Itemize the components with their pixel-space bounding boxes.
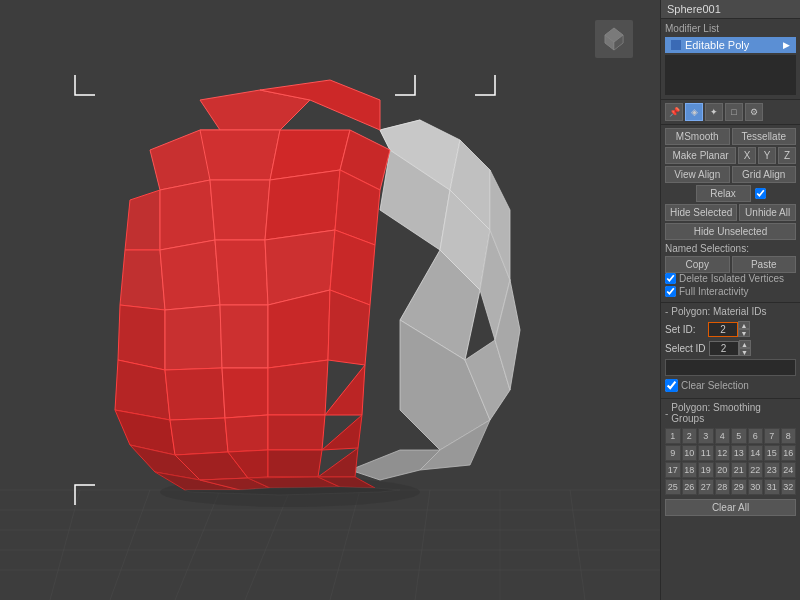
select-id-spinner: ▲ ▼ [709, 340, 751, 356]
smooth-btn-15[interactable]: 15 [764, 445, 780, 461]
right-panel: Sphere001 Modifier List Editable Poly ▶ … [660, 0, 800, 600]
modifier-icon [671, 40, 681, 50]
smooth-btn-22[interactable]: 22 [748, 462, 764, 478]
hide-selected-button[interactable]: Hide Selected [665, 204, 737, 221]
set-id-input[interactable] [708, 322, 738, 337]
vertex-icon[interactable]: ✦ [705, 103, 723, 121]
render-icon[interactable]: □ [725, 103, 743, 121]
smooth-btn-12[interactable]: 12 [715, 445, 731, 461]
set-id-up[interactable]: ▲ [738, 321, 750, 329]
smooth-btn-18[interactable]: 18 [682, 462, 698, 478]
relax-checkbox[interactable] [755, 188, 766, 199]
delete-isolated-row: Delete Isolated Vertices [665, 273, 796, 284]
smooth-btn-2[interactable]: 2 [682, 428, 698, 444]
clear-selection-row: Clear Selection [665, 379, 796, 392]
smooth-btn-1[interactable]: 1 [665, 428, 681, 444]
smooth-btn-17[interactable]: 17 [665, 462, 681, 478]
smooth-btn-13[interactable]: 13 [731, 445, 747, 461]
poly-icon[interactable]: ◈ [685, 103, 703, 121]
name-field[interactable] [665, 359, 796, 376]
select-id-down[interactable]: ▼ [739, 348, 751, 356]
svg-marker-44 [118, 305, 165, 370]
select-id-row: Select ID ▲ ▼ [665, 340, 796, 356]
settings-icon[interactable]: ⚙ [745, 103, 763, 121]
unhide-all-button[interactable]: Unhide All [739, 204, 796, 221]
smooth-btn-14[interactable]: 14 [748, 445, 764, 461]
smooth-btn-5[interactable]: 5 [731, 428, 747, 444]
svg-marker-45 [165, 305, 222, 370]
svg-marker-31 [200, 130, 280, 180]
smooth-btn-19[interactable]: 19 [698, 462, 714, 478]
smooth-btn-6[interactable]: 6 [748, 428, 764, 444]
toolbar-icons-row: 📌 ◈ ✦ □ ⚙ [661, 100, 800, 125]
smooth-btn-29[interactable]: 29 [731, 479, 747, 495]
smooth-btn-24[interactable]: 24 [781, 462, 797, 478]
clear-selection-label: Clear Selection [681, 380, 749, 391]
modifier-list-label: Modifier List [665, 23, 796, 34]
paste-button[interactable]: Paste [732, 256, 797, 273]
delete-isolated-label: Delete Isolated Vertices [679, 273, 784, 284]
poly-mat-ids-header: - Polygon: Material IDs [665, 306, 796, 317]
smooth-btn-32[interactable]: 32 [781, 479, 797, 495]
smooth-btn-20[interactable]: 20 [715, 462, 731, 478]
smooth-btn-30[interactable]: 30 [748, 479, 764, 495]
select-id-up[interactable]: ▲ [739, 340, 751, 348]
smooth-btn-21[interactable]: 21 [731, 462, 747, 478]
svg-marker-37 [265, 170, 340, 240]
smooth-btn-10[interactable]: 10 [682, 445, 698, 461]
viewport[interactable] [0, 0, 660, 600]
full-interactivity-checkbox[interactable] [665, 286, 676, 297]
smooth-btn-9[interactable]: 9 [665, 445, 681, 461]
smooth-btn-25[interactable]: 25 [665, 479, 681, 495]
smooth-btn-27[interactable]: 27 [698, 479, 714, 495]
grid-align-button[interactable]: Grid Align [732, 166, 797, 183]
smoothing-groups-section: - Polygon: Smoothing Groups 123456789101… [661, 399, 800, 519]
smoothing-label: Polygon: Smoothing Groups [671, 402, 796, 424]
svg-marker-55 [170, 418, 228, 455]
smooth-btn-26[interactable]: 26 [682, 479, 698, 495]
poly-material-ids-section: - Polygon: Material IDs Set ID: ▲ ▼ Sele… [661, 303, 800, 399]
set-id-spinner: ▲ ▼ [708, 321, 750, 337]
smooth-btn-23[interactable]: 23 [764, 462, 780, 478]
hide-unselected-button[interactable]: Hide Unselected [665, 223, 796, 240]
smooth-btn-11[interactable]: 11 [698, 445, 714, 461]
modifier-arrow: ▶ [783, 40, 790, 50]
smooth-btn-8[interactable]: 8 [781, 428, 797, 444]
full-interactivity-row: Full Interactivity [665, 286, 796, 297]
delete-isolated-checkbox[interactable] [665, 273, 676, 284]
svg-marker-39 [120, 250, 165, 310]
clear-all-button[interactable]: Clear All [665, 499, 796, 516]
view-align-button[interactable]: View Align [665, 166, 730, 183]
smoothing-header: - Polygon: Smoothing Groups [665, 402, 796, 424]
smooth-btn-3[interactable]: 3 [698, 428, 714, 444]
msmooth-button[interactable]: MSmooth [665, 128, 730, 145]
smooth-btn-7[interactable]: 7 [764, 428, 780, 444]
svg-marker-35 [160, 180, 215, 250]
svg-marker-41 [215, 240, 268, 305]
modifier-section: Modifier List Editable Poly ▶ [661, 19, 800, 100]
smooth-btn-16[interactable]: 16 [781, 445, 797, 461]
make-planar-button[interactable]: Make Planar [665, 147, 736, 164]
svg-marker-46 [220, 305, 268, 368]
svg-marker-40 [160, 240, 220, 310]
smooth-btn-31[interactable]: 31 [764, 479, 780, 495]
modifier-item[interactable]: Editable Poly ▶ [665, 37, 796, 53]
pin-icon[interactable]: 📌 [665, 103, 683, 121]
y-button[interactable]: Y [758, 147, 776, 164]
smooth-btn-28[interactable]: 28 [715, 479, 731, 495]
set-id-row: Set ID: ▲ ▼ [665, 321, 796, 337]
copy-paste-row: Copy Paste [665, 256, 796, 273]
tessellate-button[interactable]: Tessellate [732, 128, 797, 145]
select-id-input[interactable] [709, 341, 739, 356]
set-id-down[interactable]: ▼ [738, 329, 750, 337]
relax-button[interactable]: Relax [696, 185, 751, 202]
copy-button[interactable]: Copy [665, 256, 730, 273]
svg-marker-51 [222, 368, 268, 418]
select-id-label: Select ID [665, 343, 706, 354]
buttons-section: MSmooth Tessellate Make Planar X Y Z Vie… [661, 125, 800, 303]
z-button[interactable]: Z [778, 147, 796, 164]
svg-marker-50 [165, 368, 225, 420]
x-button[interactable]: X [738, 147, 756, 164]
smooth-btn-4[interactable]: 4 [715, 428, 731, 444]
clear-selection-checkbox[interactable] [665, 379, 678, 392]
